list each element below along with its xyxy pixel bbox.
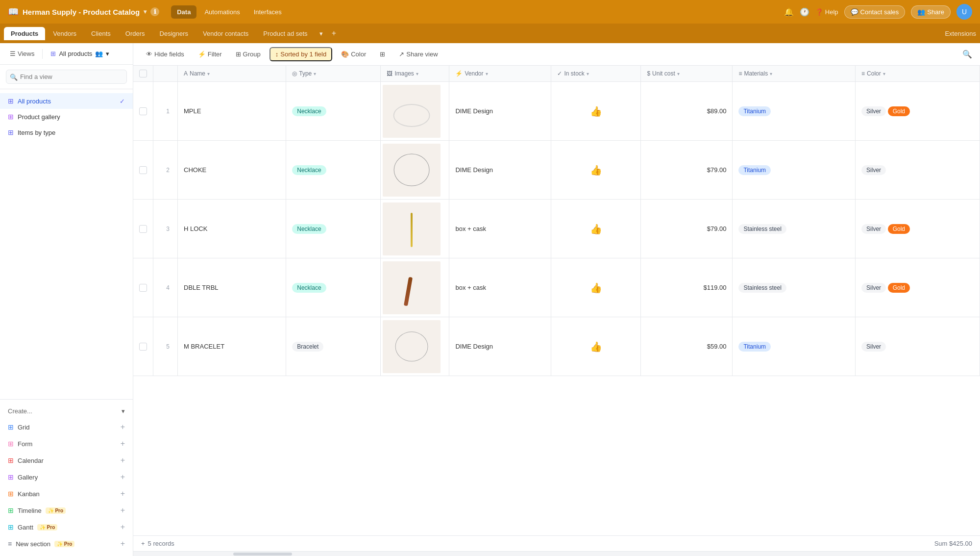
create-form-item[interactable]: ⊞ Form + (0, 435, 133, 452)
tab-add-button[interactable]: + (328, 26, 340, 41)
row-name[interactable]: MPLE (178, 82, 286, 141)
all-products-toolbar-button[interactable]: ⊞ All products 👥 ▾ (47, 48, 113, 59)
row-checkbox[interactable] (139, 284, 147, 292)
tab-product-ad-sets[interactable]: Product ad sets (256, 27, 314, 40)
help-button[interactable]: ❓ Help (815, 8, 838, 16)
row-type[interactable]: Bracelet (286, 317, 381, 376)
create-kanban-item[interactable]: ⊞ Kanban + (0, 485, 133, 502)
col-in-stock[interactable]: ✓ In stock ▾ (551, 66, 641, 82)
images-sort-icon[interactable]: ▾ (416, 71, 418, 76)
create-grid-item[interactable]: ⊞ Grid + (0, 419, 133, 435)
create-section-header[interactable]: Create... ▾ (0, 404, 133, 419)
info-icon[interactable]: ℹ (150, 7, 159, 16)
table-row[interactable]: 3H LOCKNecklacebox + cask👍$79.00Stainles… (133, 200, 980, 258)
hide-fields-button[interactable]: 👁 Hide fields (141, 48, 189, 60)
col-name[interactable]: A Name ▾ (178, 66, 286, 82)
table-row[interactable]: 4DBLE TRBLNecklacebox + cask👍$119.00Stai… (133, 258, 980, 317)
row-name[interactable]: DBLE TRBL (178, 258, 286, 317)
add-form-icon[interactable]: + (121, 439, 125, 448)
name-sort-icon[interactable]: ▾ (207, 71, 210, 76)
sidebar-item-product-gallery[interactable]: ⊞ Product gallery (0, 109, 133, 125)
views-button[interactable]: ☰ Views (6, 48, 38, 59)
share-view-button[interactable]: ↗ Share view (394, 48, 442, 60)
tab-vendor-contacts[interactable]: Vendor contacts (196, 27, 255, 40)
col-images[interactable]: 🖼 Images ▾ (381, 66, 449, 82)
create-gallery-item[interactable]: ⊞ Gallery + (0, 469, 133, 485)
add-gantt-icon[interactable]: + (121, 523, 125, 531)
app-chevron-icon[interactable]: ▾ (144, 8, 147, 15)
row-type[interactable]: Necklace (286, 258, 381, 317)
avatar[interactable]: U (956, 4, 972, 20)
table-row[interactable]: 1MPLENecklaceDIME Design👍$89.00TitaniumS… (133, 82, 980, 141)
history-icon[interactable]: 🕐 (800, 7, 809, 17)
sidebar-item-all-products[interactable]: ⊞ All products ✓ (0, 93, 133, 109)
row-name[interactable]: M BRACELET (178, 317, 286, 376)
tab-designers[interactable]: Designers (153, 27, 196, 40)
nav-interfaces-button[interactable]: Interfaces (248, 5, 288, 19)
cost-sort-icon[interactable]: ▾ (677, 71, 680, 76)
stock-sort-icon[interactable]: ▾ (587, 71, 589, 76)
materials-sort-icon[interactable]: ▾ (770, 71, 772, 76)
row-image[interactable] (381, 82, 449, 141)
tabs-more-icon[interactable]: ▾ (316, 27, 327, 40)
add-calendar-icon[interactable]: + (121, 456, 125, 465)
row-checkbox[interactable] (139, 107, 147, 115)
sorted-button[interactable]: ↕ Sorted by 1 field (270, 47, 332, 61)
add-row-button[interactable]: + 5 records (141, 540, 174, 547)
row-image[interactable] (381, 317, 449, 376)
col-checkbox[interactable] (133, 66, 153, 82)
horizontal-scrollbar[interactable] (133, 551, 980, 556)
table-row[interactable]: 5M BRACELETBraceletDIME Design👍$59.00Tit… (133, 317, 980, 376)
bell-icon[interactable]: 🔔 (784, 7, 794, 17)
select-all-checkbox[interactable] (139, 70, 147, 77)
create-gantt-item[interactable]: ⊞ Gantt ✨ Pro + (0, 519, 133, 535)
tab-orders[interactable]: Orders (119, 27, 152, 40)
color-button[interactable]: 🎨 Color (336, 48, 371, 60)
share-button[interactable]: 👥 Share (911, 5, 951, 19)
row-type[interactable]: Necklace (286, 82, 381, 141)
add-timeline-icon[interactable]: + (121, 506, 125, 515)
tab-clients[interactable]: Clients (84, 27, 118, 40)
create-timeline-item[interactable]: ⊞ Timeline ✨ Pro + (0, 502, 133, 519)
items-view-icon: ⊞ (8, 128, 14, 136)
sidebar-item-items-by-type[interactable]: ⊞ Items by type (0, 125, 133, 140)
row-name[interactable]: CHOKE (178, 141, 286, 200)
color-sort-icon[interactable]: ▾ (883, 71, 885, 76)
nav-automations-button[interactable]: Automations (198, 5, 245, 19)
contact-sales-button[interactable]: 💬 Contact sales (844, 5, 906, 19)
nav-data-button[interactable]: Data (171, 5, 196, 19)
row-image[interactable] (381, 258, 449, 317)
row-image[interactable] (381, 200, 449, 258)
tab-products[interactable]: Products (4, 27, 45, 40)
table-row[interactable]: 2CHOKENecklaceDIME Design👍$79.00Titanium… (133, 141, 980, 200)
row-type[interactable]: Necklace (286, 141, 381, 200)
add-kanban-icon[interactable]: + (121, 489, 125, 498)
row-checkbox[interactable] (139, 166, 147, 174)
add-grid-icon[interactable]: + (121, 423, 125, 431)
vendor-sort-icon[interactable]: ▾ (486, 71, 488, 76)
add-new-section-icon[interactable]: + (121, 539, 125, 548)
col-vendor[interactable]: ⚡ Vendor ▾ (449, 66, 551, 82)
col-unit-cost[interactable]: $ Unit cost ▾ (641, 66, 733, 82)
row-name[interactable]: H LOCK (178, 200, 286, 258)
type-sort-icon[interactable]: ▾ (314, 71, 316, 76)
filter-button[interactable]: ⚡ Filter (193, 48, 227, 60)
col-materials[interactable]: ≡ Materials ▾ (733, 66, 856, 82)
row-checkbox[interactable] (139, 225, 147, 233)
tab-vendors[interactable]: Vendors (46, 27, 83, 40)
row-type[interactable]: Necklace (286, 200, 381, 258)
col-color[interactable]: ≡ Color ▾ (856, 66, 980, 82)
create-new-section-item[interactable]: ≡ New section ✨ Pro + (0, 535, 133, 552)
scrollbar-thumb[interactable] (233, 553, 292, 556)
row-checkbox[interactable] (139, 343, 147, 351)
extensions-button[interactable]: Extensions (945, 30, 976, 37)
add-gallery-icon[interactable]: + (121, 473, 125, 481)
table-search-icon[interactable]: 🔍 (962, 50, 972, 59)
vendor-col-icon: ⚡ (455, 70, 463, 77)
search-input[interactable] (6, 70, 127, 84)
row-image[interactable] (381, 141, 449, 200)
density-button[interactable]: ⊞ (375, 48, 390, 60)
create-calendar-item[interactable]: ⊞ Calendar + (0, 452, 133, 469)
group-button[interactable]: ⊞ Group (231, 48, 266, 60)
col-type[interactable]: ◎ Type ▾ (286, 66, 381, 82)
